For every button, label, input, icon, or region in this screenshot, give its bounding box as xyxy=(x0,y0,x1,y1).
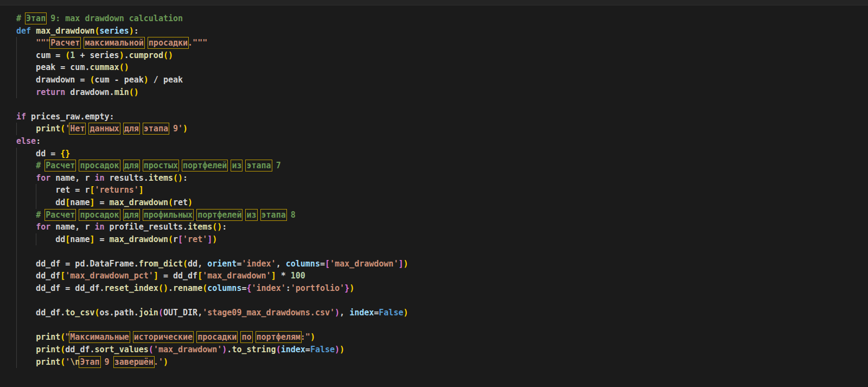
code-token: ) xyxy=(310,332,315,342)
indent-guide xyxy=(16,258,17,270)
code-token: to_csv xyxy=(65,308,94,318)
code-line xyxy=(0,245,868,258)
code-token: columns xyxy=(286,259,320,269)
code-token: # xyxy=(16,14,26,23)
code-token xyxy=(257,210,261,220)
indent-guide xyxy=(16,148,17,160)
code-line xyxy=(0,295,868,307)
code-token: () xyxy=(119,62,129,72)
code-token: for xyxy=(36,173,50,183)
code-line xyxy=(0,98,868,111)
indent-guide xyxy=(16,172,17,185)
unicode-highlight-box: данных xyxy=(90,124,119,134)
unicode-highlight-box: этапа xyxy=(144,124,168,134)
unicode-highlight-box: Расчет xyxy=(46,161,75,170)
code-token: .' xyxy=(154,357,163,367)
unicode-highlight-box: Расчет xyxy=(50,38,80,48)
unicode-highlight-box: Максимальные xyxy=(70,332,129,342)
code-token: # xyxy=(36,210,46,220)
code-token: = xyxy=(374,308,379,318)
code-token: , xyxy=(276,259,286,269)
code-token: ) xyxy=(188,198,193,207)
code-token: : xyxy=(286,283,291,293)
code-token: \n xyxy=(70,357,80,367)
code-line: peak = cum.cummax() xyxy=(0,61,868,74)
indent-guide xyxy=(16,61,17,74)
code-token: .""" xyxy=(188,38,207,48)
code-token: ) xyxy=(183,124,188,134)
code-token: { xyxy=(246,283,251,293)
code-token: [ xyxy=(90,185,94,195)
code-token: cum - peak xyxy=(95,75,144,85)
code-token: * xyxy=(276,271,291,281)
code-token: ) xyxy=(403,259,408,269)
code-token: dd xyxy=(16,198,65,207)
code-token: ] xyxy=(271,271,276,281)
code-editor[interactable]: # Этап 9: max drawdown calculationdef ma… xyxy=(0,5,868,368)
code-token: in xyxy=(95,173,105,183)
code-token xyxy=(16,38,36,48)
indent-guide xyxy=(36,184,36,196)
code-line: dd = {} xyxy=(0,148,868,160)
code-token: orient xyxy=(207,259,237,269)
unicode-highlight-box: максимальной xyxy=(85,38,143,48)
code-token: join xyxy=(139,308,158,318)
code-line: """Расчет максимальной просадки.""" xyxy=(0,37,868,49)
editor-top-border xyxy=(0,0,868,5)
code-token: drawdown. xyxy=(65,87,114,97)
code-line: cum = (1 + series).cumprod() xyxy=(0,49,868,62)
code-token: : xyxy=(36,136,41,146)
code-token: False xyxy=(379,308,403,318)
code-token xyxy=(252,332,257,342)
code-token: ) xyxy=(212,234,217,244)
code-token: cummax xyxy=(90,62,119,72)
unicode-highlight-box: просадки xyxy=(197,332,237,342)
code-token: series xyxy=(100,26,129,36)
code-token: ) xyxy=(129,26,134,36)
code-token: else xyxy=(16,136,36,146)
code-token: dd, xyxy=(188,259,207,269)
indent-guide xyxy=(16,74,17,86)
code-token: ) xyxy=(340,345,344,354)
code-line: print('\nЭтап 9 завершён.') xyxy=(0,356,868,369)
unicode-highlight-box: Расчет xyxy=(46,210,75,220)
code-token: max_drawdown xyxy=(110,198,168,207)
code-token: 'max_drawdown' xyxy=(154,345,222,354)
code-token xyxy=(16,87,36,97)
indent-guide xyxy=(16,49,17,62)
code-token: to_string xyxy=(232,345,276,354)
unicode-highlight-box: для xyxy=(124,210,139,220)
code-line: print("Максимальные исторические просадк… xyxy=(0,331,868,344)
code-token: cum = xyxy=(16,50,65,60)
code-token xyxy=(16,222,36,232)
code-token: ) xyxy=(335,345,340,354)
code-token: ( xyxy=(95,26,100,36)
code-token: name, r xyxy=(50,173,94,183)
code-token: dd xyxy=(16,234,65,244)
indent-guide xyxy=(16,196,17,209)
code-token xyxy=(16,357,36,367)
code-line: for name, r in profile_results.items(): xyxy=(0,221,868,233)
indent-guide xyxy=(16,295,17,307)
indent-guide xyxy=(36,233,36,246)
unicode-highlight-box: портфелей xyxy=(183,161,227,170)
code-token xyxy=(119,124,124,134)
code-token: ( xyxy=(60,357,65,367)
code-token: dd_df. xyxy=(16,308,65,318)
unicode-highlight-box: этапа xyxy=(261,210,286,220)
code-token xyxy=(139,210,144,220)
indent-guide xyxy=(16,86,17,99)
code-token: () xyxy=(173,173,183,183)
code-token: 'index' xyxy=(241,259,276,269)
unicode-highlight-box: портфелям xyxy=(257,332,301,342)
indent-guide xyxy=(16,331,17,344)
code-token xyxy=(193,210,197,220)
code-token xyxy=(31,26,36,36)
code-token: results. xyxy=(105,173,149,183)
code-token: print xyxy=(36,332,60,342)
code-token xyxy=(16,210,36,220)
code-token: return xyxy=(36,87,65,97)
code-token: print xyxy=(36,345,60,354)
code-token: ] xyxy=(207,234,212,244)
code-token: rename xyxy=(173,283,202,293)
